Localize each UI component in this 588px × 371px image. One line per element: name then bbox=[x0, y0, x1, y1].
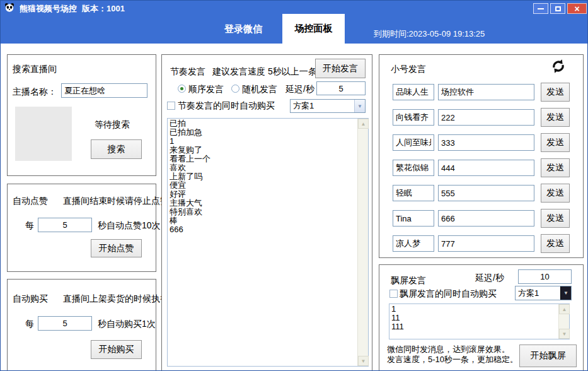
random-radio-label: 随机发言 bbox=[242, 84, 277, 95]
anchor-name-label: 主播名称： bbox=[13, 86, 57, 98]
panel-title: 小号发言 bbox=[391, 64, 426, 75]
rhythm-plan-select[interactable]: 方案1 ▼ bbox=[290, 99, 366, 113]
delay-label: 延迟/秒 bbox=[285, 84, 314, 95]
send-button[interactable]: 发送 bbox=[541, 83, 570, 102]
start-like-button[interactable]: 开始点赞 bbox=[91, 239, 142, 257]
rhythm-scrollbar[interactable]: ▲ ▼ bbox=[357, 119, 368, 366]
every-label: 每 bbox=[25, 319, 34, 330]
start-speech-button[interactable]: 开始发言 bbox=[315, 59, 366, 78]
close-button[interactable]: × bbox=[567, 3, 587, 14]
alt-name-input[interactable] bbox=[393, 160, 434, 176]
titlebar: 熊猫视频号场控 版本：1001 bbox=[4, 3, 125, 15]
send-button[interactable]: 发送 bbox=[541, 133, 570, 152]
search-status-text: 等待搜索 bbox=[95, 119, 130, 131]
close-icon: × bbox=[574, 4, 579, 13]
alt-name-input[interactable] bbox=[393, 134, 434, 151]
chevron-down-icon[interactable]: ▼ bbox=[354, 100, 365, 112]
minimize-button[interactable] bbox=[533, 3, 548, 14]
anchor-name-input[interactable] bbox=[61, 83, 147, 98]
auto-like-hint: 直播间结束时候请停止点赞 bbox=[63, 196, 169, 207]
auto-buy-panel: 自动购买 直播间上架卖货的时候执行 每 秒自动购买1次 开始购买 bbox=[7, 279, 156, 371]
panel-title: 飘屏发言 bbox=[391, 275, 426, 286]
rhythm-autobuy-checkbox[interactable] bbox=[167, 102, 175, 110]
floating-screen-panel: 飘屏发言 延迟/秒 飘屏发言的同时自动购买 方案1 ▼ 1 11 111 ▲ ▼… bbox=[379, 264, 584, 371]
panda-logo-icon bbox=[4, 3, 14, 15]
liveroom-thumbnail-placeholder bbox=[15, 107, 72, 161]
start-buy-button[interactable]: 开始购买 bbox=[91, 340, 142, 359]
start-float-button[interactable]: 开始飘屏 bbox=[519, 344, 577, 367]
float-autobuy-label: 飘屏发言的同时自动购买 bbox=[400, 288, 497, 300]
float-plan-select[interactable]: 方案1 ▼ bbox=[515, 286, 572, 300]
float-delay-input[interactable] bbox=[518, 269, 572, 284]
like-interval-input[interactable] bbox=[38, 218, 92, 232]
send-button[interactable]: 发送 bbox=[541, 209, 570, 228]
maximize-button[interactable] bbox=[550, 3, 565, 14]
header-band: 熊猫视频号场控 版本：1001 × 登录微信 场控面板 到期时间:2023-05… bbox=[1, 1, 588, 44]
panel-title: 搜索直播间 bbox=[13, 64, 57, 75]
search-liveroom-panel: 搜索直播间 主播名称： 等待搜索 搜索 bbox=[7, 54, 156, 176]
alt-message-input[interactable] bbox=[438, 109, 534, 126]
app-title: 熊猫视频号场控 bbox=[20, 3, 77, 15]
delay-label: 延迟/秒 bbox=[475, 273, 504, 284]
alt-name-input[interactable] bbox=[393, 84, 434, 100]
send-button[interactable]: 发送 bbox=[541, 158, 570, 177]
tab-control-panel[interactable]: 场控面板 bbox=[282, 14, 345, 44]
panel-title: 节奏发言 bbox=[170, 66, 205, 78]
refresh-icon[interactable] bbox=[551, 59, 566, 76]
app-version: 版本：1001 bbox=[82, 3, 125, 15]
send-button[interactable]: 发送 bbox=[541, 184, 570, 203]
rhythm-autobuy-label: 节奏发言的同时自动购买 bbox=[178, 100, 275, 112]
alt-message-input[interactable] bbox=[438, 84, 534, 100]
alt-message-input[interactable] bbox=[438, 185, 534, 201]
scroll-up-icon[interactable]: ▲ bbox=[358, 119, 369, 129]
buy-interval-input[interactable] bbox=[38, 316, 92, 331]
app-window: 熊猫视频号场控 版本：1001 × 登录微信 场控面板 到期时间:2023-05… bbox=[0, 0, 588, 371]
alt-message-input[interactable] bbox=[438, 134, 534, 151]
rhythm-messages-wrap: 已拍 已拍加急 1 来复购了 看看上一个 喜欢 上新了吗 便宜 好评 主播大气 … bbox=[167, 118, 369, 367]
like-suffix-label: 秒自动点赞10次 bbox=[98, 220, 161, 232]
float-plan-value: 方案1 bbox=[516, 288, 560, 299]
every-label: 每 bbox=[25, 220, 34, 232]
float-autobuy-checkbox[interactable] bbox=[389, 290, 398, 298]
minimize-icon bbox=[538, 8, 544, 9]
alt-name-input[interactable] bbox=[393, 235, 434, 252]
float-scrollbar[interactable]: ▲ ▼ bbox=[558, 304, 569, 339]
float-messages-wrap: 1 11 111 ▲ ▼ bbox=[389, 303, 570, 339]
scroll-up-icon[interactable]: ▲ bbox=[559, 304, 570, 314]
buy-suffix-label: 秒自动购买1次 bbox=[98, 319, 156, 330]
rhythm-hint: 建议发言速度 5秒以上一条 bbox=[212, 66, 317, 78]
alt-message-input[interactable] bbox=[438, 160, 534, 176]
rhythm-delay-input[interactable] bbox=[316, 81, 366, 95]
alt-name-input[interactable] bbox=[393, 185, 434, 201]
panel-title: 自动购买 bbox=[13, 293, 48, 305]
auto-buy-hint: 直播间上架卖货的时候执行 bbox=[63, 293, 169, 305]
sequential-radio[interactable] bbox=[178, 85, 186, 93]
maximize-icon bbox=[555, 6, 561, 11]
alt-message-input[interactable] bbox=[438, 210, 534, 227]
chevron-down-icon[interactable]: ▼ bbox=[560, 286, 571, 300]
float-note-2: 发言速度，5-10秒一条，更加稳定。 bbox=[387, 354, 518, 365]
random-radio[interactable] bbox=[231, 85, 239, 93]
send-button[interactable]: 发送 bbox=[541, 108, 570, 127]
alt-name-input[interactable] bbox=[393, 109, 434, 126]
alt-name-input[interactable] bbox=[393, 210, 434, 227]
tab-login-wechat[interactable]: 登录微信 bbox=[215, 23, 272, 35]
panel-title: 自动点赞 bbox=[13, 196, 48, 207]
sequential-radio-label: 顺序发言 bbox=[188, 84, 224, 95]
expiry-time-text: 到期时间:2023-05-09 19:13:25 bbox=[374, 28, 485, 40]
rhythm-speech-panel: 节奏发言 建议发言速度 5秒以上一条 开始发言 顺序发言 随机发言 延迟/秒 节… bbox=[161, 54, 372, 371]
alt-accounts-panel: 小号发言 发送 发送 发送 发送 发送 发送 bbox=[379, 54, 584, 258]
search-button[interactable]: 搜索 bbox=[91, 139, 142, 159]
float-messages-textarea[interactable]: 1 11 111 bbox=[389, 304, 558, 339]
send-button[interactable]: 发送 bbox=[541, 234, 570, 253]
scroll-down-icon[interactable]: ▼ bbox=[559, 329, 570, 339]
rhythm-plan-value: 方案1 bbox=[291, 100, 354, 112]
alt-message-input[interactable] bbox=[438, 235, 534, 252]
scroll-down-icon[interactable]: ▼ bbox=[358, 356, 369, 366]
auto-like-panel: 自动点赞 直播间结束时候请停止点赞 每 秒自动点赞10次 开始点赞 bbox=[7, 184, 156, 272]
rhythm-messages-textarea[interactable]: 已拍 已拍加急 1 来复购了 看看上一个 喜欢 上新了吗 便宜 好评 主播大气 … bbox=[168, 119, 357, 366]
